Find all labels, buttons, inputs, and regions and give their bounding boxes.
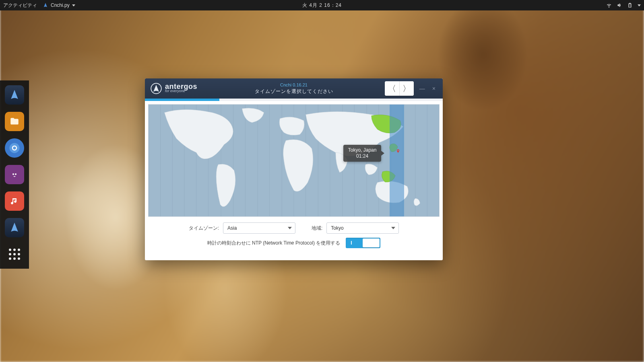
switch-on-label: I [351, 240, 352, 246]
timezone-label: タイムゾーン: [189, 225, 219, 232]
cnchi-installer-window: antergos for everyone Cnchi 0.16.21 タイムゾ… [145, 78, 443, 260]
dock-antergos-installer[interactable] [5, 85, 24, 105]
switch-knob [363, 239, 380, 247]
timezone-highlight-band [390, 105, 404, 216]
tooltip-time: 01:24 [348, 153, 377, 159]
brand-name: antergos [165, 84, 197, 89]
chevron-down-icon [72, 4, 75, 6]
ntp-row: 時計の時刻合わせに NTP (Network Time Protocol) を使… [145, 236, 443, 254]
apps-grid-icon [9, 249, 20, 260]
battery-icon [627, 2, 633, 8]
svg-point-3 [12, 173, 14, 175]
timezone-map[interactable]: Tokyo, Japan 01:24 [148, 104, 440, 217]
close-button[interactable]: × [431, 84, 437, 93]
activities-button[interactable]: アクティビティ [3, 2, 37, 9]
system-status-area[interactable] [606, 2, 641, 8]
region-value: Tokyo [331, 225, 343, 231]
installer-version: Cnchi 0.16.21 [255, 82, 333, 87]
map-pin-icon [396, 148, 400, 154]
timezone-controls: タイムゾーン: Asia 地域: Tokyo [145, 217, 443, 236]
antergos-icon [43, 2, 48, 8]
region-combobox[interactable]: Tokyo [326, 222, 399, 234]
dock-chromium[interactable] [5, 138, 24, 158]
timezone-value: Asia [227, 225, 237, 231]
minimize-button[interactable]: — [418, 84, 427, 93]
wifi-icon [606, 2, 612, 8]
dock-social-app[interactable] [5, 165, 24, 184]
chevron-down-icon [288, 227, 292, 229]
dock-music[interactable] [5, 191, 24, 211]
dock-antergos-installer-running[interactable] [5, 218, 24, 237]
timezone-combobox[interactable]: Asia [223, 222, 295, 234]
svg-point-2 [13, 146, 16, 150]
svg-point-4 [15, 173, 17, 175]
chevron-down-icon [391, 227, 395, 229]
dock-show-applications[interactable] [5, 245, 24, 264]
antergos-logo-icon [151, 83, 162, 94]
gnome-topbar: アクティビティ Cnchi.py 火 4月 2 16：24 [0, 0, 644, 10]
app-menu-label: Cnchi.py [51, 2, 70, 8]
timezone-tooltip: Tokyo, Japan 01:24 [343, 145, 382, 162]
region-label: 地域: [312, 225, 322, 232]
nav-button-group: 〈 〉 [385, 81, 414, 96]
brand: antergos for everyone [151, 83, 197, 94]
ntp-label: 時計の時刻合わせに NTP (Network Time Protocol) を使… [207, 240, 340, 247]
back-button[interactable]: 〈 [385, 81, 399, 96]
page-title: タイムゾーンを選択してください [255, 88, 333, 95]
ntp-toggle[interactable]: I [346, 238, 380, 248]
window-titlebar[interactable]: antergos for everyone Cnchi 0.16.21 タイムゾ… [145, 78, 443, 99]
chevron-down-icon [638, 4, 641, 6]
dock-files[interactable] [5, 112, 24, 131]
tooltip-city: Tokyo, Japan [348, 147, 377, 153]
gnome-dock [0, 80, 29, 269]
app-menu[interactable]: Cnchi.py [43, 2, 75, 8]
topbar-clock[interactable]: 火 4月 2 16：24 [302, 2, 342, 9]
forward-button[interactable]: 〉 [399, 81, 414, 96]
volume-icon [617, 2, 622, 8]
